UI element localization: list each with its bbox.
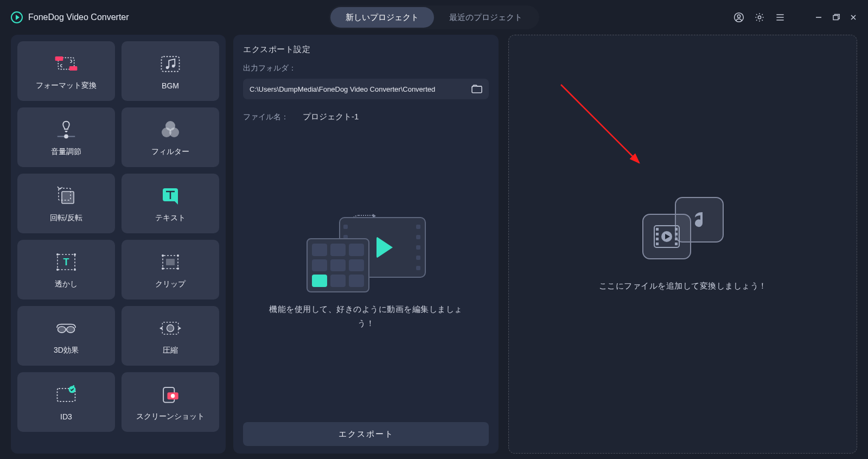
svg-point-22 [74,269,76,271]
account-icon[interactable] [733,12,744,23]
svg-text:T: T [63,257,69,267]
svg-point-1 [737,15,740,17]
tool-label: 圧縮 [163,346,178,355]
tool-text[interactable]: テキスト [122,174,219,233]
tool-label: フォーマット変換 [36,81,97,91]
export-button[interactable]: エクスポート [243,422,489,446]
svg-rect-3 [833,16,838,20]
filter-icon [158,118,182,142]
svg-point-19 [56,253,59,256]
tool-3d[interactable]: 3D効果 [17,306,115,366]
svg-rect-5 [55,56,63,61]
tool-bgm[interactable]: BGM [122,41,219,101]
gear-icon[interactable] [754,12,765,23]
export-section-title: エクスポート設定 [243,44,489,55]
tool-compress[interactable]: 圧縮 [122,306,219,366]
svg-rect-44 [675,228,678,231]
tool-label: スクリーンショット [136,412,205,422]
watermark-icon: T [54,250,78,274]
tool-label: 音量調節 [51,147,81,157]
tool-format-convert[interactable]: フォーマット変換 [17,41,115,101]
screenshot-icon [158,382,182,406]
svg-point-10 [64,135,68,139]
window-close-button[interactable] [850,14,857,21]
svg-rect-7 [162,56,180,72]
svg-rect-38 [472,86,482,93]
title-bar-left: FoneDog Video Converter [11,11,129,23]
hamburger-menu-icon[interactable] [775,12,786,23]
tool-label: フィルター [151,147,189,157]
svg-rect-14 [62,192,74,203]
title-bar: FoneDog Video Converter 新しいプロジェクト 最近のプロジ… [0,0,868,35]
tool-label: テキスト [155,213,186,223]
svg-rect-41 [656,233,659,235]
tool-screenshot[interactable]: スクリーンショット [122,372,219,432]
svg-point-27 [162,267,164,270]
tool-id3[interactable]: ID3 [17,372,115,432]
svg-point-26 [177,254,179,257]
svg-point-21 [56,269,59,271]
export-illustration: 機能を使用して、好きのように動画を編集しましょう！ [243,125,489,419]
video-file-icon [642,214,691,259]
browse-folder-icon[interactable] [471,85,482,93]
drop-zone-hint: ここにファイルを追加して変換しましょう！ [599,281,767,291]
tool-volume[interactable]: 音量調節 [17,107,115,167]
3d-glasses-icon [54,316,78,340]
tool-rotate-flip[interactable]: 回転/反転 [17,174,115,233]
svg-rect-45 [675,233,678,235]
bgm-icon [158,52,182,76]
tab-new-project[interactable]: 新しいプロジェクト [330,7,434,28]
tool-label: ID3 [60,412,72,421]
output-folder-field[interactable]: C:\Users\DumpMedia\FoneDog Video Convert… [243,79,489,99]
svg-rect-43 [656,243,659,245]
svg-point-2 [758,16,761,18]
svg-rect-47 [675,243,678,245]
window-maximize-button[interactable] [832,14,840,21]
svg-point-37 [171,394,175,398]
output-folder-label: 出力フォルダ： [243,63,489,73]
svg-rect-6 [69,66,78,71]
svg-rect-24 [166,259,175,265]
tool-label: クリップ [155,279,186,289]
svg-rect-42 [656,238,659,240]
tool-label: 透かし [55,279,78,289]
grid-card-icon [307,238,369,292]
svg-point-28 [177,267,179,270]
svg-point-32 [167,325,174,332]
svg-point-29 [58,327,66,333]
main-content: フォーマット変換 BGM 音量調節 フィルター 回転/反転 [0,35,868,459]
svg-rect-40 [656,228,659,231]
tool-label: BGM [162,81,179,90]
export-hint-text: 機能を使用して、好きのように動画を編集しましょう！ [263,302,469,330]
tool-filter[interactable]: フィルター [122,107,219,167]
drop-zone-illustration [642,197,724,259]
text-icon [158,184,182,208]
svg-point-30 [67,327,75,333]
file-name-label: ファイル名： [243,112,289,122]
output-folder-path: C:\Users\DumpMedia\FoneDog Video Convert… [250,85,466,93]
window-minimize-button[interactable] [815,14,822,21]
tool-watermark[interactable]: T 透かし [17,240,115,299]
svg-point-20 [74,253,76,256]
title-bar-right [733,12,857,23]
project-tab-group: 新しいプロジェクト 最近のプロジェクト [329,5,539,29]
compress-icon [158,316,182,340]
id3-icon [54,383,78,407]
volume-icon [54,118,78,142]
app-title: FoneDog Video Converter [28,12,129,22]
tab-recent-projects[interactable]: 最近のプロジェクト [434,7,538,28]
svg-point-13 [169,127,179,137]
tool-label: 3D効果 [54,346,79,355]
rotate-icon [54,184,78,208]
app-logo-icon [11,11,23,23]
file-drop-zone[interactable]: ここにファイルを追加して変換しましょう！ [508,35,857,454]
tools-sidebar: フォーマット変換 BGM 音量調節 フィルター 回転/反転 [11,35,226,454]
tool-label: 回転/反転 [50,213,82,223]
tool-clip[interactable]: クリップ [122,240,219,299]
svg-point-25 [162,254,164,257]
file-name-input[interactable] [301,109,408,125]
format-convert-icon [54,52,78,75]
export-panel: エクスポート設定 出力フォルダ： C:\Users\DumpMedia\Fone… [233,35,499,454]
svg-rect-46 [675,238,678,240]
clip-icon [158,250,182,274]
